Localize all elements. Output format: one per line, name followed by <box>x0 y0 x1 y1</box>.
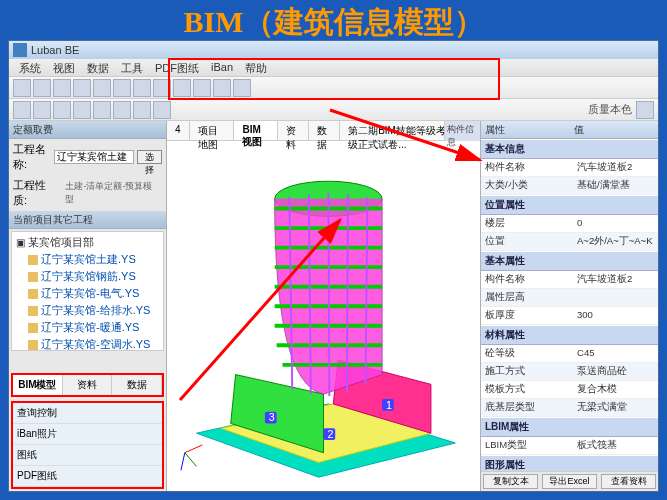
prop-key: 施工方式 <box>481 363 573 380</box>
file-icon <box>28 289 38 299</box>
file-icon <box>28 255 38 265</box>
tb-btn[interactable] <box>73 79 91 97</box>
toolbar-primary <box>9 77 658 99</box>
doctab-data[interactable]: 数据 <box>309 121 340 140</box>
tb-btn[interactable] <box>33 101 51 119</box>
tb-btn[interactable] <box>113 79 131 97</box>
properties-panel: 属性 值 基本信息 构件名称汽车坡道板2 大类/小类基础/满堂基 位置属性 楼层… <box>480 121 658 491</box>
prop-val: 基础/满堂基 <box>573 177 658 194</box>
row-project-type: 工程性质: 土建-清单定额-预算模型 <box>9 175 166 211</box>
prop-val: 复合木模 <box>573 381 658 398</box>
prop-val: 板式筏基 <box>573 437 658 454</box>
doctab-materials[interactable]: 资料 <box>278 121 309 140</box>
prop-val: 无梁式满堂 <box>573 399 658 416</box>
tree-item[interactable]: 辽宁某宾馆-电气.YS <box>14 285 161 302</box>
prop-val: 汽车坡道板2 <box>573 159 658 176</box>
prop-key: 构件名称 <box>481 271 573 288</box>
prop-section: 图形属性 <box>481 455 658 471</box>
menu-help[interactable]: 帮助 <box>239 59 273 76</box>
copy-text-button[interactable]: 复制文本 <box>483 474 538 489</box>
row-project-name: 工程名称: 选择 <box>9 139 166 175</box>
prop-val: A~2外/A~丁~A~K <box>573 233 658 250</box>
tb-btn[interactable] <box>153 79 171 97</box>
project-type-text: 土建-清单定额-预算模型 <box>61 178 162 208</box>
prop-val <box>573 289 658 306</box>
menu-view[interactable]: 视图 <box>47 59 81 76</box>
document-tabs: 4 项目地图 BIM视图 资料 数据 第二期BIM技能等级考试一级正式试卷... <box>167 121 480 141</box>
tree-item[interactable]: 辽宁某宾馆-暖通.YS <box>14 319 161 336</box>
svg-text:3: 3 <box>269 411 275 423</box>
component-info-label: 构件信息 <box>444 121 480 141</box>
tree-item[interactable]: 辽宁某宾馆-空调水.YS <box>14 336 161 351</box>
tb-btn[interactable] <box>133 101 151 119</box>
panel-header: 定额取费 <box>9 121 166 139</box>
section-iban-photo[interactable]: iBan照片 <box>13 424 162 445</box>
bim-3d-model[interactable]: 3 2 1 <box>177 149 470 483</box>
tb-btn[interactable] <box>133 79 151 97</box>
svg-line-12 <box>181 453 185 471</box>
svg-text:1: 1 <box>386 399 392 411</box>
prop-val: C45 <box>573 345 658 362</box>
tree-root[interactable]: ▣ 某宾馆项目部 <box>14 234 161 251</box>
tb-btn[interactable] <box>193 79 211 97</box>
prop-section: 位置属性 <box>481 195 658 215</box>
prop-footer: 复制文本 导出Excel 查看资料 <box>481 471 658 491</box>
tab-bim-model[interactable]: BIM模型 <box>13 375 63 395</box>
section-list: 查询控制 iBan照片 图纸 PDF图纸 <box>11 401 164 489</box>
prop-key: 模板方式 <box>481 381 573 398</box>
tb-btn[interactable] <box>53 79 71 97</box>
tb-btn[interactable] <box>33 79 51 97</box>
tb-btn[interactable] <box>93 101 111 119</box>
prop-section: 材料属性 <box>481 325 658 345</box>
doctab-4[interactable]: 4 <box>167 121 190 140</box>
project-tree[interactable]: ▣ 某宾馆项目部 辽宁某宾馆土建.YS 辽宁某宾馆钢筋.YS 辽宁某宾馆-电气.… <box>11 231 164 351</box>
doctab-bim-view[interactable]: BIM视图 <box>234 121 278 140</box>
svg-text:2: 2 <box>327 428 333 440</box>
export-excel-button[interactable]: 导出Excel <box>542 474 597 489</box>
tb-btn[interactable] <box>173 79 191 97</box>
tb-btn[interactable] <box>13 101 31 119</box>
prop-body[interactable]: 基本信息 构件名称汽车坡道板2 大类/小类基础/满堂基 位置属性 楼层0 位置A… <box>481 139 658 471</box>
toolbar-right-label: 质量本色 <box>588 101 654 119</box>
tb-btn[interactable] <box>213 79 231 97</box>
tree-item[interactable]: 辽宁某宾馆-给排水.YS <box>14 302 161 319</box>
tree-item[interactable]: 辽宁某宾馆土建.YS <box>14 251 161 268</box>
titlebar: Luban BE <box>9 41 658 59</box>
tb-btn[interactable] <box>93 79 111 97</box>
section-drawings[interactable]: 图纸 <box>13 445 162 466</box>
main-area: 定额取费 工程名称: 选择 工程性质: 土建-清单定额-预算模型 当前项目其它工… <box>9 121 658 491</box>
tb-btn[interactable] <box>53 101 71 119</box>
menu-data[interactable]: 数据 <box>81 59 115 76</box>
prop-key: 板厚度 <box>481 307 573 324</box>
menu-iban[interactable]: iBan <box>205 59 239 76</box>
select-button[interactable]: 选择 <box>137 150 162 164</box>
doctab-map[interactable]: 项目地图 <box>190 121 235 140</box>
file-icon <box>28 272 38 282</box>
tb-btn[interactable] <box>233 79 251 97</box>
prop-key: 底基层类型 <box>481 399 573 416</box>
tab-materials[interactable]: 资料 <box>63 375 113 395</box>
menu-system[interactable]: 系统 <box>13 59 47 76</box>
viewport[interactable]: 4 项目地图 BIM视图 资料 数据 第二期BIM技能等级考试一级正式试卷...… <box>167 121 480 491</box>
prop-key: 大类/小类 <box>481 177 573 194</box>
app-window: Luban BE 系统 视图 数据 工具 PDF图纸 iBan 帮助 质量本色 … <box>8 40 659 492</box>
prop-section: LBIM属性 <box>481 417 658 437</box>
tb-btn[interactable] <box>113 101 131 119</box>
subpanel-header: 当前项目其它工程 <box>9 211 166 229</box>
app-icon <box>13 43 27 57</box>
menu-tools[interactable]: 工具 <box>115 59 149 76</box>
tree-item[interactable]: 辽宁某宾馆钢筋.YS <box>14 268 161 285</box>
project-name-input[interactable] <box>54 150 134 164</box>
prop-header: 属性 值 <box>481 121 658 139</box>
menu-pdf[interactable]: PDF图纸 <box>149 59 205 76</box>
toolbar-secondary: 质量本色 <box>9 99 658 121</box>
tb-btn[interactable] <box>13 79 31 97</box>
tb-btn[interactable] <box>73 101 91 119</box>
menubar: 系统 视图 数据 工具 PDF图纸 iBan 帮助 <box>9 59 658 77</box>
tb-btn[interactable] <box>636 101 654 119</box>
tab-data[interactable]: 数据 <box>112 375 162 395</box>
section-query[interactable]: 查询控制 <box>13 403 162 424</box>
tb-btn[interactable] <box>153 101 171 119</box>
section-pdf[interactable]: PDF图纸 <box>13 466 162 487</box>
view-materials-button[interactable]: 查看资料 <box>601 474 656 489</box>
